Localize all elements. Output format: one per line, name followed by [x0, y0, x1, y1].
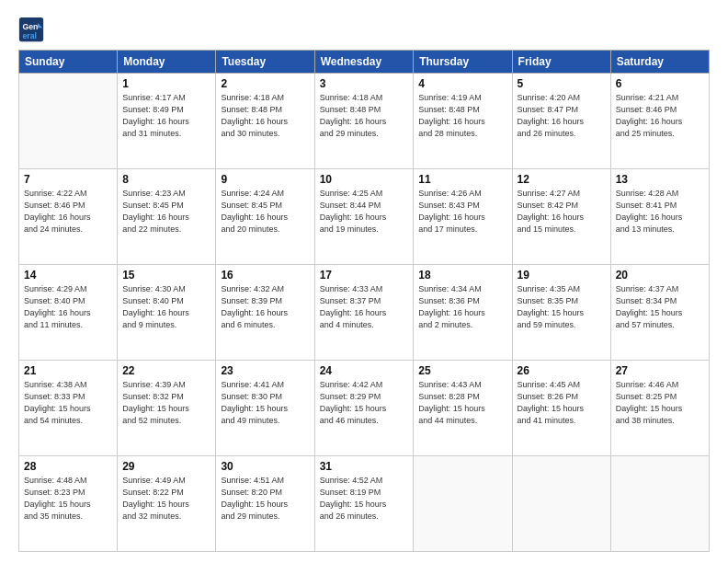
day-number: 21 [24, 364, 112, 377]
column-header-thursday: Thursday [414, 51, 512, 74]
day-info: Sunrise: 4:21 AM Sunset: 8:46 PM Dayligh… [616, 92, 704, 140]
day-cell: 17Sunrise: 4:33 AM Sunset: 8:37 PM Dayli… [314, 265, 414, 361]
column-header-tuesday: Tuesday [216, 51, 314, 74]
day-number: 19 [518, 269, 606, 282]
day-number: 28 [24, 460, 112, 473]
day-number: 8 [122, 173, 210, 186]
day-cell: 3Sunrise: 4:18 AM Sunset: 8:48 PM Daylig… [314, 74, 414, 169]
day-number: 23 [221, 364, 309, 377]
day-cell: 29Sunrise: 4:49 AM Sunset: 8:22 PM Dayli… [118, 456, 216, 552]
logo-icon: Gen eral [18, 17, 44, 42]
day-info: Sunrise: 4:17 AM Sunset: 8:49 PM Dayligh… [122, 92, 210, 140]
day-info: Sunrise: 4:27 AM Sunset: 8:42 PM Dayligh… [518, 188, 606, 236]
day-cell: 20Sunrise: 4:37 AM Sunset: 8:34 PM Dayli… [610, 265, 709, 361]
day-cell: 22Sunrise: 4:39 AM Sunset: 8:32 PM Dayli… [118, 361, 216, 456]
day-info: Sunrise: 4:48 AM Sunset: 8:23 PM Dayligh… [24, 475, 112, 523]
day-info: Sunrise: 4:19 AM Sunset: 8:48 PM Dayligh… [418, 92, 506, 140]
day-cell: 6Sunrise: 4:21 AM Sunset: 8:46 PM Daylig… [610, 74, 709, 169]
calendar-table: SundayMondayTuesdayWednesdayThursdayFrid… [18, 50, 710, 552]
day-cell: 10Sunrise: 4:25 AM Sunset: 8:44 PM Dayli… [314, 169, 414, 265]
day-cell: 9Sunrise: 4:24 AM Sunset: 8:45 PM Daylig… [216, 169, 314, 265]
day-info: Sunrise: 4:26 AM Sunset: 8:43 PM Dayligh… [418, 188, 506, 236]
day-number: 13 [616, 173, 704, 186]
day-number: 31 [320, 460, 409, 473]
day-info: Sunrise: 4:46 AM Sunset: 8:25 PM Dayligh… [616, 379, 704, 427]
day-info: Sunrise: 4:41 AM Sunset: 8:30 PM Dayligh… [221, 379, 309, 427]
day-cell [610, 456, 709, 552]
day-cell: 21Sunrise: 4:38 AM Sunset: 8:33 PM Dayli… [19, 361, 118, 456]
day-cell: 13Sunrise: 4:28 AM Sunset: 8:41 PM Dayli… [610, 169, 709, 265]
day-number: 1 [122, 77, 210, 90]
day-cell: 24Sunrise: 4:42 AM Sunset: 8:29 PM Dayli… [314, 361, 414, 456]
day-info: Sunrise: 4:20 AM Sunset: 8:47 PM Dayligh… [518, 92, 606, 140]
day-cell: 11Sunrise: 4:26 AM Sunset: 8:43 PM Dayli… [414, 169, 512, 265]
day-info: Sunrise: 4:49 AM Sunset: 8:22 PM Dayligh… [122, 475, 210, 523]
day-cell: 19Sunrise: 4:35 AM Sunset: 8:35 PM Dayli… [512, 265, 610, 361]
day-info: Sunrise: 4:25 AM Sunset: 8:44 PM Dayligh… [320, 188, 409, 236]
day-cell: 7Sunrise: 4:22 AM Sunset: 8:46 PM Daylig… [19, 169, 118, 265]
day-info: Sunrise: 4:34 AM Sunset: 8:36 PM Dayligh… [418, 283, 506, 331]
day-cell: 18Sunrise: 4:34 AM Sunset: 8:36 PM Dayli… [414, 265, 512, 361]
day-cell: 2Sunrise: 4:18 AM Sunset: 8:48 PM Daylig… [216, 74, 314, 169]
day-number: 18 [418, 269, 506, 282]
day-info: Sunrise: 4:33 AM Sunset: 8:37 PM Dayligh… [320, 283, 409, 331]
day-info: Sunrise: 4:32 AM Sunset: 8:39 PM Dayligh… [221, 283, 309, 331]
week-row-4: 21Sunrise: 4:38 AM Sunset: 8:33 PM Dayli… [19, 361, 710, 456]
day-number: 22 [122, 364, 210, 377]
day-cell: 27Sunrise: 4:46 AM Sunset: 8:25 PM Dayli… [610, 361, 709, 456]
day-cell: 23Sunrise: 4:41 AM Sunset: 8:30 PM Dayli… [216, 361, 314, 456]
week-row-5: 28Sunrise: 4:48 AM Sunset: 8:23 PM Dayli… [19, 456, 710, 552]
svg-text:Gen: Gen [22, 22, 38, 31]
day-cell: 30Sunrise: 4:51 AM Sunset: 8:20 PM Dayli… [216, 456, 314, 552]
day-cell: 14Sunrise: 4:29 AM Sunset: 8:40 PM Dayli… [19, 265, 118, 361]
day-number: 10 [320, 173, 409, 186]
day-cell: 15Sunrise: 4:30 AM Sunset: 8:40 PM Dayli… [118, 265, 216, 361]
column-header-wednesday: Wednesday [314, 51, 414, 74]
day-cell: 31Sunrise: 4:52 AM Sunset: 8:19 PM Dayli… [314, 456, 414, 552]
day-number: 16 [221, 269, 309, 282]
day-number: 9 [221, 173, 309, 186]
day-info: Sunrise: 4:29 AM Sunset: 8:40 PM Dayligh… [24, 283, 112, 331]
day-number: 14 [24, 269, 112, 282]
column-header-saturday: Saturday [610, 51, 709, 74]
day-cell: 12Sunrise: 4:27 AM Sunset: 8:42 PM Dayli… [512, 169, 610, 265]
day-number: 15 [122, 269, 210, 282]
day-cell: 8Sunrise: 4:23 AM Sunset: 8:45 PM Daylig… [118, 169, 216, 265]
week-row-1: 1Sunrise: 4:17 AM Sunset: 8:49 PM Daylig… [19, 74, 710, 169]
day-number: 30 [221, 460, 309, 473]
day-number: 29 [122, 460, 210, 473]
day-number: 2 [221, 77, 309, 90]
day-number: 6 [616, 77, 704, 90]
day-info: Sunrise: 4:52 AM Sunset: 8:19 PM Dayligh… [320, 475, 409, 523]
day-info: Sunrise: 4:30 AM Sunset: 8:40 PM Dayligh… [122, 283, 210, 331]
day-info: Sunrise: 4:51 AM Sunset: 8:20 PM Dayligh… [221, 475, 309, 523]
day-info: Sunrise: 4:22 AM Sunset: 8:46 PM Dayligh… [24, 188, 112, 236]
day-cell: 26Sunrise: 4:45 AM Sunset: 8:26 PM Dayli… [512, 361, 610, 456]
day-info: Sunrise: 4:28 AM Sunset: 8:41 PM Dayligh… [616, 188, 704, 236]
day-number: 26 [518, 364, 606, 377]
day-number: 17 [320, 269, 409, 282]
day-info: Sunrise: 4:38 AM Sunset: 8:33 PM Dayligh… [24, 379, 112, 427]
day-number: 4 [418, 77, 506, 90]
day-info: Sunrise: 4:18 AM Sunset: 8:48 PM Dayligh… [320, 92, 409, 140]
day-info: Sunrise: 4:23 AM Sunset: 8:45 PM Dayligh… [122, 188, 210, 236]
week-row-2: 7Sunrise: 4:22 AM Sunset: 8:46 PM Daylig… [19, 169, 710, 265]
day-number: 12 [518, 173, 606, 186]
day-cell [19, 74, 118, 169]
week-row-3: 14Sunrise: 4:29 AM Sunset: 8:40 PM Dayli… [19, 265, 710, 361]
day-info: Sunrise: 4:45 AM Sunset: 8:26 PM Dayligh… [518, 379, 606, 427]
day-number: 3 [320, 77, 409, 90]
logo: Gen eral [18, 17, 48, 42]
day-info: Sunrise: 4:39 AM Sunset: 8:32 PM Dayligh… [122, 379, 210, 427]
day-info: Sunrise: 4:43 AM Sunset: 8:28 PM Dayligh… [418, 379, 506, 427]
day-cell [512, 456, 610, 552]
day-number: 24 [320, 364, 409, 377]
day-info: Sunrise: 4:24 AM Sunset: 8:45 PM Dayligh… [221, 188, 309, 236]
header-row: SundayMondayTuesdayWednesdayThursdayFrid… [19, 51, 710, 74]
column-header-sunday: Sunday [19, 51, 118, 74]
day-number: 25 [418, 364, 506, 377]
day-cell [414, 456, 512, 552]
day-cell: 4Sunrise: 4:19 AM Sunset: 8:48 PM Daylig… [414, 74, 512, 169]
day-info: Sunrise: 4:18 AM Sunset: 8:48 PM Dayligh… [221, 92, 309, 140]
day-number: 11 [418, 173, 506, 186]
